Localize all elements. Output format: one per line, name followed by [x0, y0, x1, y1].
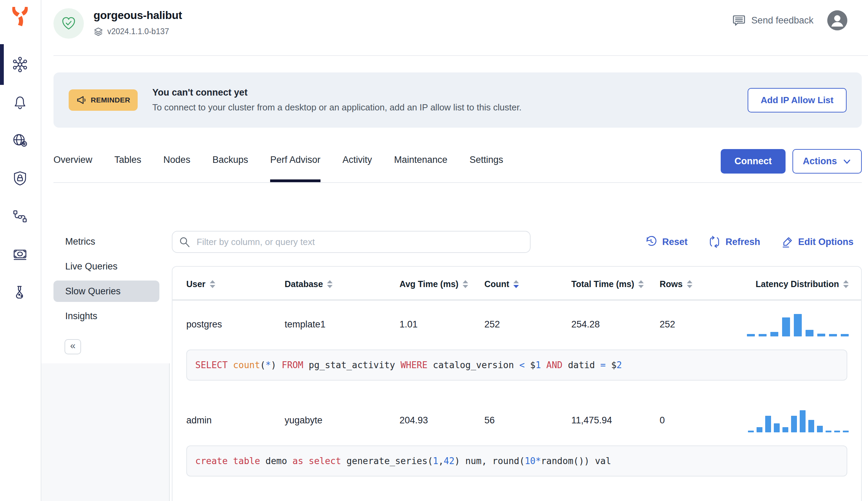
- reset-button[interactable]: Reset: [645, 236, 688, 248]
- nav-labs[interactable]: [0, 273, 40, 311]
- table-row[interactable]: admin yugabyte 65.83 56 3,686.54 0: [172, 492, 861, 501]
- tab-perf-advisor[interactable]: Perf Advisor: [270, 149, 320, 182]
- collapse-sidebar-button[interactable]: «: [65, 339, 81, 354]
- table-row[interactable]: postgres template1 1.01 252 254.28 252: [172, 301, 861, 348]
- perf-advisor-subnav: Metrics Live Queries Slow Queries Insigh…: [41, 216, 170, 501]
- subnav-item-live-queries[interactable]: Live Queries: [53, 256, 159, 277]
- flask-icon: [12, 284, 28, 301]
- col-header-latency[interactable]: Latency Distribution: [745, 279, 861, 289]
- sort-icon[interactable]: [210, 280, 215, 288]
- slow-queries-table: User Database Avg Time (ms) Count: [172, 266, 862, 501]
- query-sql[interactable]: SELECT count(*) FROM pg_stat_activity WH…: [186, 350, 847, 381]
- reminder-banner: REMINDER You can't connect yet To connec…: [53, 72, 862, 128]
- cell-avg-time: 204.93: [400, 415, 484, 426]
- cell-database: template1: [285, 319, 400, 330]
- cluster-version: v2024.1.1.0-b137: [107, 27, 169, 36]
- cluster-hub-icon: [12, 56, 28, 73]
- reminder-badge: REMINDER: [69, 89, 138, 111]
- actions-label: Actions: [803, 156, 837, 167]
- subnav-footer-panel: [41, 363, 170, 501]
- yugabyte-logo-icon[interactable]: [9, 6, 31, 28]
- cell-total-time: 254.28: [571, 319, 660, 330]
- subnav-item-slow-queries[interactable]: Slow Queries: [53, 281, 159, 302]
- col-header-rows[interactable]: Rows: [660, 279, 745, 289]
- col-header-count[interactable]: Count: [484, 279, 571, 289]
- sort-icon[interactable]: [463, 280, 468, 288]
- sort-icon[interactable]: [687, 280, 692, 288]
- nav-security[interactable]: [0, 159, 40, 197]
- nav-clusters[interactable]: [0, 46, 40, 84]
- col-label: Total Time (ms): [571, 279, 634, 289]
- col-header-avg-time[interactable]: Avg Time (ms): [400, 279, 484, 289]
- main-area: gorgeous-halibut v2024.1.1.0-b137: [41, 0, 868, 501]
- nav-integrations[interactable]: [0, 197, 40, 235]
- perf-advisor-content: Metrics Live Queries Slow Queries Insigh…: [41, 216, 868, 501]
- shield-lock-icon: [12, 170, 28, 187]
- cluster-title-block: gorgeous-halibut v2024.1.1.0-b137: [93, 7, 182, 36]
- heart-check-icon: [61, 16, 76, 31]
- reminder-badge-label: REMINDER: [91, 96, 130, 104]
- cell-avg-time: 1.01: [400, 319, 484, 330]
- subnav-item-insights[interactable]: Insights: [53, 305, 159, 327]
- header-right: Send feedback: [732, 10, 847, 30]
- cell-rows: 0: [660, 415, 745, 426]
- primary-nav: [0, 46, 40, 311]
- cell-total-time: 11,475.94: [571, 415, 660, 426]
- table-header-row: User Database Avg Time (ms) Count: [172, 267, 861, 301]
- cluster-version-row: v2024.1.1.0-b137: [93, 27, 182, 36]
- yugabyte-cloud-app: gorgeous-halibut v2024.1.1.0-b137: [0, 0, 868, 501]
- refresh-label: Refresh: [726, 237, 760, 247]
- nav-billing[interactable]: [0, 235, 40, 273]
- col-header-user[interactable]: User: [186, 279, 285, 289]
- layers-icon: [93, 27, 103, 36]
- tab-backups[interactable]: Backups: [213, 149, 248, 182]
- icon-rail: [0, 0, 41, 501]
- add-ip-allow-list-button[interactable]: Add IP Allow List: [748, 88, 847, 112]
- megaphone-icon: [76, 95, 87, 105]
- nav-network[interactable]: [0, 121, 40, 159]
- connect-button[interactable]: Connect: [721, 149, 786, 174]
- feedback-chat-icon: [732, 13, 746, 27]
- col-header-database[interactable]: Database: [285, 279, 400, 289]
- tab-nodes[interactable]: Nodes: [164, 149, 190, 182]
- slow-queries-panel: Reset Refresh: [170, 216, 868, 501]
- col-header-total-time[interactable]: Total Time (ms): [571, 279, 660, 289]
- globe-gear-icon: [12, 132, 28, 149]
- col-label: Database: [285, 279, 323, 289]
- nav-alerts[interactable]: [0, 84, 40, 121]
- sort-icon[interactable]: [638, 280, 644, 288]
- cluster-health-icon: [53, 8, 84, 39]
- latency-histogram: [748, 408, 849, 432]
- cluster-header: gorgeous-halibut v2024.1.1.0-b137: [53, 0, 868, 56]
- toolbar-actions: Reset Refresh: [645, 236, 862, 248]
- send-feedback-button[interactable]: Send feedback: [732, 13, 813, 27]
- sort-icon-active-desc[interactable]: [513, 280, 519, 288]
- banner-title: You can't connect yet: [152, 87, 521, 98]
- user-avatar[interactable]: [827, 10, 847, 30]
- filter-input[interactable]: [172, 231, 531, 253]
- col-label: Avg Time (ms): [400, 279, 458, 289]
- subnav-item-metrics[interactable]: Metrics: [53, 231, 159, 252]
- reset-label: Reset: [662, 237, 688, 247]
- edit-options-button[interactable]: Edit Options: [781, 236, 854, 248]
- cell-latency-histogram: [745, 312, 861, 336]
- query-sql[interactable]: create table demo as select generate_ser…: [186, 445, 847, 477]
- tab-tables[interactable]: Tables: [115, 149, 141, 182]
- actions-dropdown-button[interactable]: Actions: [792, 149, 862, 174]
- table-row[interactable]: admin yugabyte 204.93 56 11,475.94 0: [172, 396, 861, 444]
- money-icon: [12, 246, 28, 263]
- cell-count: 56: [484, 415, 571, 426]
- refresh-button[interactable]: Refresh: [708, 236, 760, 248]
- tab-overview[interactable]: Overview: [53, 149, 92, 182]
- sort-icon[interactable]: [327, 280, 333, 288]
- tab-activity[interactable]: Activity: [343, 149, 372, 182]
- tabs-actions: Connect Actions: [721, 149, 862, 174]
- refresh-icon: [708, 236, 721, 248]
- tab-settings[interactable]: Settings: [470, 149, 503, 182]
- col-label: Rows: [660, 279, 683, 289]
- cell-user: postgres: [186, 319, 285, 330]
- tab-maintenance[interactable]: Maintenance: [394, 149, 447, 182]
- integrations-icon: [12, 208, 28, 225]
- sort-icon[interactable]: [843, 280, 849, 288]
- cell-latency-histogram: [745, 408, 861, 432]
